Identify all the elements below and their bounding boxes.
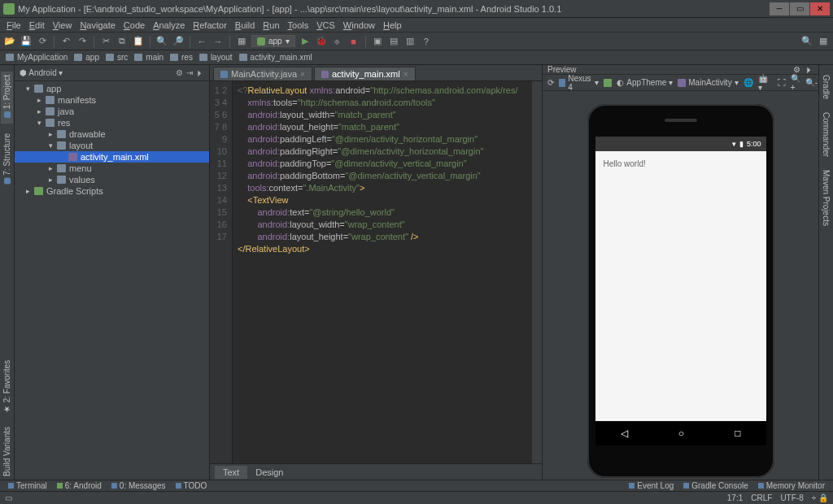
search-everywhere-icon[interactable]: 🔍: [800, 35, 813, 48]
avd-icon[interactable]: ▦: [235, 35, 248, 48]
project-collapse-icon[interactable]: ⇥: [186, 68, 193, 77]
save-icon[interactable]: 💾: [20, 35, 33, 48]
project-settings-icon[interactable]: ⚙: [176, 68, 183, 77]
toolwin-android[interactable]: 6: Android: [52, 481, 107, 490]
menu-refactor[interactable]: Refactor: [190, 20, 230, 30]
find-icon[interactable]: 🔍: [155, 35, 168, 48]
preview-api-selector[interactable]: [604, 79, 612, 87]
left-tab-favorites[interactable]: ★ 2: Favorites: [1, 357, 13, 417]
project-hide-icon[interactable]: ⏵: [196, 68, 204, 77]
crumb-6[interactable]: activity_main.xml: [237, 53, 315, 62]
menu-edit[interactable]: Edit: [26, 20, 48, 30]
menu-tools[interactable]: Tools: [285, 20, 312, 30]
help-icon[interactable]: ?: [420, 35, 433, 48]
toolwin-todo[interactable]: TODO: [171, 481, 212, 490]
redo-icon[interactable]: ↷: [76, 35, 89, 48]
menu-navigate[interactable]: Navigate: [76, 20, 118, 30]
tree-node-activity-main[interactable]: activity_main.xml: [15, 151, 209, 163]
forward-icon[interactable]: →: [212, 35, 225, 48]
menu-vcs[interactable]: VCS: [313, 20, 338, 30]
tab-design[interactable]: Design: [247, 466, 291, 479]
tree-node-layout[interactable]: ▾layout: [15, 140, 209, 151]
right-tab-gradle[interactable]: Gradle: [820, 72, 832, 102]
left-tab-structure[interactable]: 7: Structure: [1, 130, 13, 189]
left-tab-build-variants[interactable]: Build Variants: [1, 424, 13, 480]
menu-view[interactable]: View: [50, 20, 76, 30]
preview-zoom-out-icon[interactable]: 🔍-: [805, 78, 818, 87]
toolwin-memory[interactable]: Memory Monitor: [753, 481, 830, 490]
copy-icon[interactable]: ⧉: [116, 35, 129, 48]
window-close[interactable]: ✕: [810, 2, 830, 15]
toolwin-messages[interactable]: 0: Messages: [107, 481, 171, 490]
tree-node-app[interactable]: ▾app: [15, 83, 209, 94]
tree-node-values[interactable]: ▸values: [15, 174, 209, 185]
menu-window[interactable]: Window: [340, 20, 378, 30]
file-encoding[interactable]: UTF-8: [780, 493, 803, 502]
preview-locale-icon[interactable]: 🌐: [744, 78, 753, 87]
attach-icon[interactable]: ⎆: [331, 35, 344, 48]
close-icon[interactable]: ×: [403, 70, 408, 79]
preview-hide-icon[interactable]: ⏵: [805, 65, 813, 74]
sdk-icon[interactable]: ▣: [371, 35, 384, 48]
window-minimize[interactable]: ─: [770, 2, 789, 15]
tree-node-drawable[interactable]: ▸drawable: [15, 128, 209, 140]
menu-run[interactable]: Run: [259, 20, 282, 30]
ddms-icon[interactable]: ▥: [403, 35, 416, 48]
editor-tab-0[interactable]: MainActivity.java ×: [213, 67, 312, 80]
paste-icon[interactable]: 📋: [132, 35, 145, 48]
cut-icon[interactable]: ✂: [99, 35, 112, 48]
toolwin-gradle-console[interactable]: Gradle Console: [678, 481, 752, 490]
app-icon: [3, 3, 15, 15]
crumb-3[interactable]: main: [132, 53, 166, 62]
preview-zoom-fit-icon[interactable]: ⛶: [778, 78, 786, 87]
breadcrumb-bar: MyApplicationappsrcmainreslayoutactivity…: [0, 50, 833, 65]
window-maximize[interactable]: ▭: [790, 2, 809, 15]
preview-activity-selector[interactable]: MainActivity ▾: [678, 78, 738, 87]
right-tab-maven[interactable]: Maven Projects: [820, 167, 832, 229]
preview-theme-selector[interactable]: ◐AppTheme ▾: [617, 78, 673, 87]
tree-node-menu[interactable]: ▸menu: [15, 163, 209, 174]
undo-icon[interactable]: ↶: [59, 35, 72, 48]
right-tab-commander[interactable]: Commander: [820, 109, 832, 160]
run-icon[interactable]: ▶: [299, 35, 312, 48]
editor-pane: MainActivity.java ×activity_main.xml × 1…: [210, 65, 542, 480]
project-view-selector[interactable]: ⬢ Android ▾: [20, 68, 63, 77]
crumb-4[interactable]: res: [168, 53, 195, 62]
open-icon[interactable]: 📂: [3, 35, 16, 48]
menu-help[interactable]: Help: [380, 20, 405, 30]
crumb-1[interactable]: app: [72, 53, 102, 62]
replace-icon[interactable]: 🔎: [172, 35, 185, 48]
debug-icon[interactable]: 🐞: [315, 35, 328, 48]
tab-text[interactable]: Text: [215, 466, 247, 479]
project-structure-icon[interactable]: ▦: [817, 35, 830, 48]
crumb-2[interactable]: src: [103, 53, 130, 62]
tree-node-gradle[interactable]: ▸Gradle Scripts: [15, 185, 209, 197]
tree-node-res[interactable]: ▾res: [15, 117, 209, 128]
stop-icon[interactable]: ■: [347, 35, 360, 48]
line-separator[interactable]: CRLF: [751, 493, 772, 502]
preview-zoom-in-icon[interactable]: 🔍+: [791, 74, 800, 92]
menu-analyze[interactable]: Analyze: [150, 20, 188, 30]
crumb-0[interactable]: MyApplication: [3, 53, 70, 62]
crumb-5[interactable]: layout: [197, 53, 235, 62]
toolwin-terminal[interactable]: Terminal: [3, 481, 52, 490]
menu-code[interactable]: Code: [120, 20, 148, 30]
tree-node-java[interactable]: ▸java: [15, 106, 209, 117]
preview-refresh-icon[interactable]: ⟳: [547, 78, 554, 87]
preview-android-icon[interactable]: 🤖 ▾: [758, 74, 768, 92]
editor-scrollbar[interactable]: [532, 81, 542, 463]
editor-tab-1[interactable]: activity_main.xml ×: [314, 67, 416, 80]
preview-settings-icon[interactable]: ⚙: [793, 65, 800, 74]
run-config-selector[interactable]: app ▾: [251, 35, 295, 47]
menu-file[interactable]: File: [3, 20, 24, 30]
sync-icon[interactable]: ⟳: [36, 35, 49, 48]
back-icon[interactable]: ←: [195, 35, 208, 48]
menu-build[interactable]: Build: [232, 20, 258, 30]
left-tab-project[interactable]: 1: Project: [1, 72, 13, 124]
avd-manager-icon[interactable]: ▤: [387, 35, 400, 48]
close-icon[interactable]: ×: [300, 70, 305, 79]
tree-node-manifests[interactable]: ▸manifests: [15, 94, 209, 106]
toolwin-eventlog[interactable]: Event Log: [624, 481, 678, 490]
code-area[interactable]: <?RelativeLayout xmlns:android="http://s…: [233, 81, 532, 463]
preview-device-selector[interactable]: Nexus 4 ▾: [559, 74, 599, 92]
